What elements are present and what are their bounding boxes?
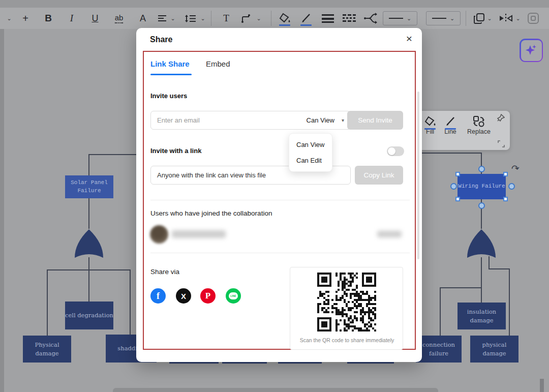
blurred-user-role <box>377 231 402 237</box>
line-color-button[interactable] <box>299 8 313 29</box>
flip-dropdown[interactable]: ⌄ <box>514 8 522 29</box>
toggle-knob <box>388 147 395 155</box>
panel-replace-button[interactable]: Replace <box>463 115 495 135</box>
qr-caption: Scan the QR code to share immediately <box>290 337 404 343</box>
fill-bucket-icon <box>424 116 436 127</box>
line-style-icon <box>389 17 403 19</box>
dash-style-icon <box>343 14 356 22</box>
share-link-text: Anyone with the link can view this file <box>157 171 266 179</box>
connector-line <box>88 198 89 229</box>
rotate-handle-icon[interactable]: ↷ <box>510 162 520 175</box>
node-wiring-failure[interactable]: Wiring Failure <box>458 174 506 199</box>
selection-handle[interactable] <box>508 183 515 190</box>
node-solar-panel-failure[interactable]: Solar Panel Failure <box>65 175 113 198</box>
chevron-down-icon: ⌄ <box>7 15 11 22</box>
font-color-button[interactable]: A <box>135 8 150 29</box>
connector-line <box>130 269 131 335</box>
share-via-label: Share via <box>150 268 179 276</box>
node-cell-degradation[interactable]: cell degradation <box>65 301 113 329</box>
ai-assistant-button[interactable] <box>520 39 543 62</box>
line-color-swatch <box>445 128 456 130</box>
brush-icon <box>444 116 456 127</box>
dialog-scrollbar[interactable] <box>417 92 419 259</box>
selection-handle[interactable] <box>503 197 508 201</box>
panel-line-button[interactable]: Line <box>436 115 465 135</box>
link-share-toggle[interactable] <box>387 146 404 156</box>
blurred-user-name <box>172 230 226 238</box>
tab-embed[interactable]: Embed <box>206 59 230 68</box>
arrange-dropdown[interactable]: ⌄ <box>486 8 493 29</box>
strikethrough-button[interactable]: ab <box>111 8 127 29</box>
send-invite-button[interactable]: Send Invite <box>347 111 403 130</box>
selection-handle[interactable] <box>455 172 460 176</box>
line-weight-button[interactable] <box>320 8 336 29</box>
qr-finder <box>362 273 376 287</box>
line-icon[interactable]: LINE <box>226 288 241 304</box>
node-connection-failure[interactable]: connection failure <box>416 336 462 363</box>
menu-item-can-view[interactable]: Can View <box>289 137 332 153</box>
dash-style-button[interactable] <box>342 8 357 29</box>
email-placeholder: Enter an email <box>157 116 200 124</box>
selection-handle[interactable] <box>455 197 460 201</box>
node-physical-damage-right[interactable]: physical damage <box>470 336 518 363</box>
text-tool-button[interactable]: T <box>219 8 234 29</box>
divider <box>150 200 410 200</box>
chevron-down-icon[interactable]: ▾ <box>342 117 344 123</box>
selection-handle[interactable] <box>478 166 485 172</box>
selection-handle[interactable] <box>478 202 485 209</box>
bold-button[interactable]: B <box>41 8 56 29</box>
facebook-icon[interactable]: f <box>150 288 166 304</box>
resize-handle-icon[interactable] <box>498 140 505 147</box>
connector-line <box>489 256 490 269</box>
node-physical-damage-left[interactable]: Physical damage <box>23 336 71 363</box>
line-spacing-dropdown[interactable]: ⌄ <box>199 8 206 29</box>
add-button[interactable]: + <box>18 8 33 29</box>
toolbar-separator <box>211 11 211 26</box>
selection-handle[interactable] <box>450 183 457 190</box>
line-begin-style-select[interactable]: ⌄ <box>383 11 417 25</box>
align-icon <box>158 15 167 22</box>
arrange-button[interactable] <box>472 8 486 29</box>
chevron-down-icon: ⌄ <box>515 15 520 22</box>
connector-line <box>88 257 89 302</box>
window-top-strip <box>0 0 549 8</box>
menu-item-can-edit[interactable]: Can Edit <box>289 153 332 168</box>
x-twitter-icon[interactable]: X <box>176 288 191 304</box>
align-dropdown[interactable]: ⌄ <box>169 8 176 29</box>
connector-dropdown[interactable]: ⌄ <box>255 8 262 29</box>
underline-button[interactable]: U <box>87 8 103 29</box>
flip-button[interactable] <box>498 8 513 29</box>
italic-button[interactable]: I <box>64 8 79 29</box>
or-gate-right[interactable] <box>466 228 497 260</box>
chevron-down-icon: ⌄ <box>256 15 261 22</box>
fill-color-button[interactable] <box>278 8 292 29</box>
tab-link-share[interactable]: Link Share <box>150 59 190 68</box>
line-end-style-select[interactable]: ⌄ <box>426 11 461 25</box>
selection-handle[interactable] <box>503 172 508 176</box>
email-input[interactable]: Enter an email Can View ▾ <box>150 111 351 130</box>
sparkle-icon <box>525 44 538 57</box>
or-gate-left[interactable] <box>73 228 105 260</box>
horizontal-scrollbar[interactable] <box>113 388 438 392</box>
connector-line <box>489 268 510 269</box>
node-insulation-damage[interactable]: insulation damage <box>458 303 506 329</box>
connector-tool-button[interactable] <box>239 8 253 29</box>
page-edge <box>0 29 4 392</box>
connector-line <box>47 269 48 336</box>
permission-select[interactable]: Can View <box>307 116 334 124</box>
line-spacing-button[interactable] <box>183 8 198 29</box>
toolbar-separator <box>466 11 466 26</box>
align-button[interactable] <box>156 8 169 29</box>
share-dialog: Share × Link Share Embed Invite users En… <box>136 28 422 362</box>
branch-connector-button[interactable] <box>363 8 378 29</box>
close-icon[interactable]: × <box>403 32 416 45</box>
pinterest-icon[interactable]: P <box>200 288 216 304</box>
copy-link-button[interactable]: Copy Link <box>355 166 403 185</box>
vertical-scrollbar[interactable] <box>540 379 544 392</box>
fill-bucket-icon <box>279 13 291 24</box>
collapsed-dropdown-button[interactable]: ⌄ <box>3 8 15 29</box>
invite-users-label: Invite users <box>150 92 187 100</box>
toolbar-separator <box>271 11 271 26</box>
pin-icon[interactable] <box>497 114 505 122</box>
plus-icon: + <box>22 13 28 24</box>
